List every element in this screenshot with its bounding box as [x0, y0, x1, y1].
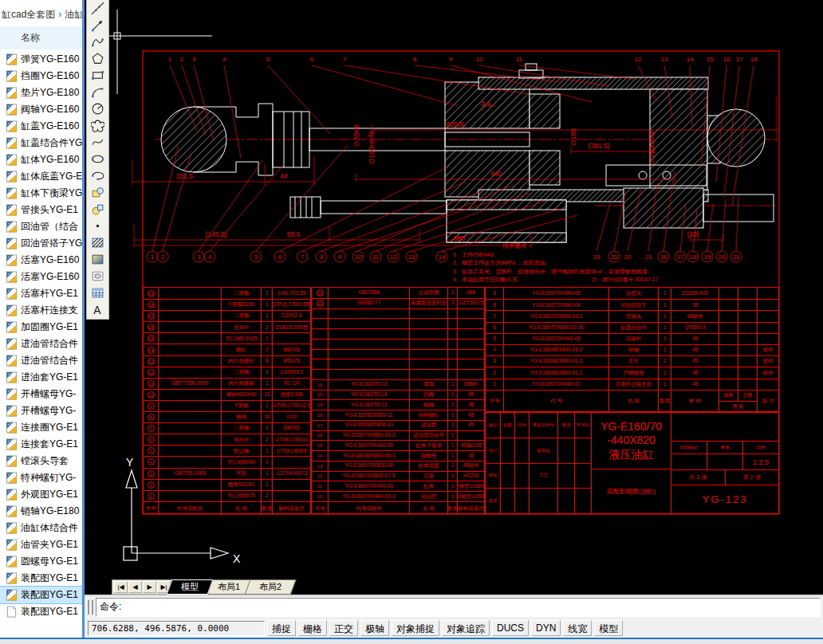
- file-item[interactable]: 管接头YG-E1: [0, 202, 82, 218]
- file-item[interactable]: 油管夹YG-E1: [0, 536, 82, 553]
- polyline-icon[interactable]: [88, 33, 108, 50]
- file-item[interactable]: 进油管结合件: [0, 336, 82, 352]
- make-block-icon[interactable]: [88, 201, 108, 218]
- file-item[interactable]: 缸盖结合件YG: [0, 135, 82, 151]
- circle-icon[interactable]: [88, 100, 108, 117]
- file-item[interactable]: 圆螺母YG-E1: [0, 553, 82, 570]
- stage-value-row: 1:2.5: [671, 454, 778, 469]
- file-item[interactable]: 加固圈YG-E1: [0, 319, 82, 336]
- tab-model[interactable]: 模型: [167, 579, 214, 595]
- status-toggle-button[interactable]: 正交: [329, 620, 358, 636]
- next-tab-button[interactable]: ▶: [143, 581, 156, 593]
- file-item[interactable]: 阀轴YG-E160: [0, 101, 82, 118]
- revision-cloud-icon[interactable]: [88, 117, 108, 134]
- bom-row: [312, 328, 484, 339]
- file-item[interactable]: 油缸体结合件: [0, 520, 82, 536]
- file-item[interactable]: 活塞杆连接支: [0, 302, 82, 319]
- file-name: 销轴YG-E180: [21, 505, 79, 518]
- rectangle-icon[interactable]: [88, 67, 108, 84]
- table-icon[interactable]: [88, 285, 108, 301]
- file-item[interactable]: 挡圈YG-E160: [0, 68, 82, 84]
- sheet-total: 共 3 张: [671, 470, 725, 485]
- file-item[interactable]: 活塞YG-E160: [0, 269, 82, 285]
- status-toggle-button[interactable]: 模型: [594, 620, 623, 636]
- view-label: 装配剖视图(油缸): [592, 469, 671, 513]
- status-toggle-button[interactable]: 捕捉: [267, 620, 296, 636]
- file-item[interactable]: 连接圈YG-E1: [0, 419, 82, 436]
- status-toggle-button[interactable]: 极轴: [360, 620, 389, 636]
- point-icon[interactable]: [88, 218, 108, 234]
- command-window-grip[interactable]: [88, 600, 93, 615]
- spline-icon[interactable]: [88, 134, 108, 151]
- insert-block-icon[interactable]: [88, 184, 108, 201]
- bom-row: 8 YG-E160/70X440-04 回油管搭子 1 35: [486, 299, 778, 310]
- tab-layout2[interactable]: 布局2: [245, 579, 297, 595]
- file-item[interactable]: 开槽螺母YG-: [0, 386, 82, 402]
- file-item[interactable]: 弹簧YG-E160: [0, 51, 82, 68]
- svg-text:12: 12: [635, 56, 642, 63]
- balloon-number: 2: [180, 56, 184, 63]
- file-item[interactable]: 装配图YG-E1: [0, 570, 82, 587]
- polygon-icon[interactable]: [88, 50, 108, 67]
- file-name: 活塞YG-E160: [21, 253, 79, 267]
- file-item[interactable]: 垫片YG-E180: [0, 84, 82, 101]
- file-item[interactable]: 活塞YG-E160: [0, 252, 82, 269]
- file-item[interactable]: 缸体YG-E160: [0, 151, 82, 168]
- first-tab-button[interactable]: |◀: [114, 581, 128, 593]
- status-toggle-button[interactable]: DUCS: [492, 620, 529, 636]
- status-toggle-button[interactable]: 栅格: [298, 620, 327, 636]
- cad-drawing-canvas[interactable]: 1 2 3 4 5 6 7 8 9 10: [85, 0, 823, 595]
- file-name: 活塞杆YG-E1: [21, 287, 78, 300]
- name-column-header[interactable]: 名称: [0, 26, 82, 49]
- balloon-number: 11: [370, 251, 381, 262]
- breadcrumb-leaf[interactable]: 油缸: [65, 9, 82, 20]
- bom-row: 13 YG-E160/70X800-08 缸体底盖 1 45锻件: [312, 461, 484, 471]
- status-toggle-button[interactable]: 对象捕捉: [392, 620, 439, 636]
- breadcrumb-root[interactable]: 缸cad全套图: [2, 9, 55, 20]
- status-toggle-button[interactable]: 对象追踪: [442, 620, 490, 636]
- file-item[interactable]: 回油管搭子YG: [0, 235, 82, 252]
- line-icon[interactable]: [88, 17, 108, 33]
- dwg-file-icon: [6, 70, 18, 82]
- region-icon[interactable]: [88, 268, 108, 285]
- file-item[interactable]: 连接套YG-E1: [0, 436, 82, 453]
- drawing-number: YG-123: [671, 485, 778, 513]
- file-name: 进油管结合件: [21, 354, 78, 367]
- file-item[interactable]: 缸体底盖YG-E: [0, 168, 82, 185]
- bom-row: 18 YG-E160/80X800-11 特种螺钉 1 45: [312, 410, 484, 420]
- file-item[interactable]: 镗滚头导套: [0, 453, 82, 469]
- ellipse-arc-icon[interactable]: [88, 167, 108, 184]
- hatch-icon[interactable]: [88, 234, 108, 251]
- ellipse-icon[interactable]: [88, 151, 108, 167]
- file-item[interactable]: 特种螺钉YG-: [0, 469, 82, 486]
- file-name: 弹簧YG-E160: [21, 53, 79, 66]
- file-item[interactable]: 进油管结合件: [0, 352, 82, 369]
- dwg-file-icon: [6, 288, 18, 300]
- file-item[interactable]: 装配图YG-E1: [0, 603, 82, 620]
- file-item[interactable]: 活塞杆YG-E1: [0, 285, 82, 302]
- bom-header: 序号 代 号 名 称 数量 材 料 单重总重 重 量 备 注: [486, 390, 778, 413]
- dwg-file-icon: [6, 254, 18, 266]
- dwg-file-icon: [6, 438, 18, 450]
- status-toggle-button[interactable]: 线宽: [563, 620, 592, 636]
- status-toggle-button[interactable]: DYN: [531, 620, 561, 636]
- file-item[interactable]: 缸盖YG-E160: [0, 118, 82, 135]
- file-item[interactable]: 回油管（结合: [0, 218, 82, 235]
- breadcrumb-chevron-icon: ›: [58, 9, 61, 20]
- gradient-icon[interactable]: [88, 251, 108, 268]
- command-input[interactable]: 命令:: [96, 598, 821, 617]
- file-item[interactable]: 缸体下衡梁YG: [0, 185, 82, 202]
- file-item[interactable]: 开槽螺母YG-: [0, 402, 82, 419]
- multiline-text-icon[interactable]: A: [88, 301, 108, 318]
- prev-tab-button[interactable]: ◀: [128, 581, 142, 593]
- file-item[interactable]: 进油套YG-E1: [0, 369, 82, 386]
- file-item[interactable]: 外观图YG-E1: [0, 486, 82, 503]
- file-item[interactable]: 装配图YG-E1: [0, 587, 82, 603]
- file-name: 垫片YG-E180: [21, 86, 79, 100]
- file-name: 开槽螺母YG-: [21, 404, 76, 418]
- file-item[interactable]: 销轴YG-E180: [0, 503, 82, 520]
- construction-line-icon[interactable]: [88, 0, 108, 17]
- arc-icon[interactable]: [88, 84, 108, 100]
- breadcrumb[interactable]: 缸cad全套图›油缸: [0, 0, 82, 26]
- file-name: 圆螺母YG-E1: [21, 555, 78, 568]
